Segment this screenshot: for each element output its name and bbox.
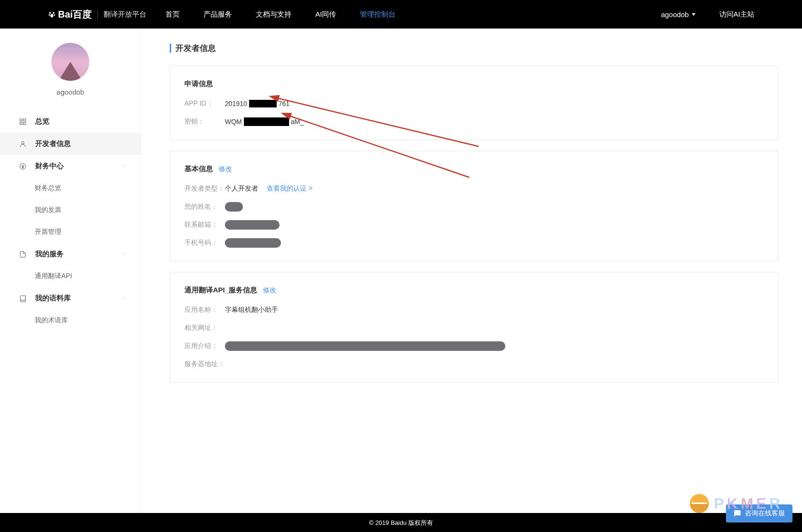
name-label: 您的姓名：	[184, 203, 225, 211]
chat-label: 咨询在线客服	[745, 509, 785, 518]
caret-down-icon	[692, 13, 696, 16]
url-label: 相关网址：	[184, 324, 225, 332]
row-intro: 应用介绍：	[184, 341, 763, 351]
svg-point-3	[54, 14, 55, 16]
row-secret: 密钥： WQMaM_	[184, 117, 763, 126]
book-icon	[19, 295, 27, 302]
row-app-id: APP ID： 201910761	[184, 99, 763, 108]
sidebar-item-translate-api[interactable]: 通用翻译API	[0, 265, 141, 287]
secret-value: WQMaM_	[225, 117, 304, 126]
nav-home[interactable]: 首页	[165, 10, 180, 19]
card-service-info: 通用翻译API_服务信息 修改 应用名称： 字幕组机翻小助手 相关网址： 应用介…	[170, 272, 778, 383]
ai-main-link[interactable]: 访问AI主站	[719, 10, 754, 19]
baidu-logo[interactable]: Bai百度	[48, 8, 92, 21]
sidebar-item-finance[interactable]: 财务中心	[0, 155, 141, 177]
card-title-basic: 基本信息 修改	[184, 164, 763, 174]
chat-button[interactable]: 咨询在线客服	[726, 504, 792, 522]
user-icon	[19, 140, 27, 148]
app-name-label: 应用名称：	[184, 306, 225, 314]
nav-console[interactable]: 管理控制台	[360, 10, 396, 19]
card-apply-info: 申请信息 APP ID： 201910761 密钥： WQMaM_	[170, 66, 778, 140]
logo-area: Bai百度 翻译开放平台	[48, 8, 146, 21]
sidebar-item-finance-overview[interactable]: 财务总览	[0, 177, 141, 199]
logo-text: Bai百度	[58, 8, 92, 21]
svg-point-1	[53, 12, 55, 14]
main-nav: 首页 产品服务 文档与支持 AI同传 管理控制台	[165, 10, 661, 19]
view-auth-link[interactable]: 查看我的认证 >	[267, 184, 312, 193]
phone-label: 手机号码：	[184, 239, 225, 247]
sidebar-item-glossary[interactable]: 我的术语库	[0, 310, 141, 331]
yen-icon	[19, 163, 27, 170]
modify-basic-link[interactable]: 修改	[219, 165, 232, 174]
intro-label: 应用介绍：	[184, 342, 225, 350]
sidebar: agoodob 总览 开发者信息 财务中心 财务总览 我的发票 开票管理 我的服…	[0, 29, 141, 513]
server-label: 服务器地址：	[184, 360, 225, 368]
header-username: agoodob	[661, 10, 688, 19]
row-email: 联系邮箱：	[184, 220, 763, 230]
sidebar-item-corpus[interactable]: 我的语料库	[0, 287, 141, 310]
chevron-down-icon	[121, 162, 126, 170]
user-dropdown[interactable]: agoodob	[661, 10, 695, 19]
dev-type-value: 个人开发者	[225, 184, 258, 193]
svg-point-9	[21, 141, 24, 144]
app-id-label: APP ID：	[184, 99, 225, 108]
modify-service-link[interactable]: 修改	[263, 286, 276, 295]
sidebar-label-services: 我的服务	[35, 250, 64, 259]
sidebar-item-developer[interactable]: 开发者信息	[0, 133, 141, 155]
chat-icon	[734, 510, 741, 517]
page-title: 开发者信息	[170, 43, 778, 54]
top-header: Bai百度 翻译开放平台 首页 产品服务 文档与支持 AI同传 管理控制台 ag…	[0, 0, 802, 29]
svg-rect-5	[20, 119, 22, 121]
nav-ai-interp[interactable]: AI同传	[315, 10, 336, 19]
redacted-block	[249, 100, 277, 107]
app-id-value: 201910761	[225, 100, 290, 107]
header-right: agoodob 访问AI主站	[661, 10, 754, 19]
nav-docs[interactable]: 文档与支持	[256, 10, 291, 19]
svg-rect-7	[20, 122, 22, 125]
row-phone: 手机号码：	[184, 238, 763, 248]
app-name-value: 字幕组机翻小助手	[225, 306, 278, 314]
svg-point-2	[48, 14, 50, 16]
chevron-down-icon	[121, 294, 126, 302]
file-icon	[19, 251, 27, 258]
redacted-email	[225, 220, 280, 230]
row-url: 相关网址：	[184, 323, 763, 333]
row-name: 您的姓名：	[184, 202, 763, 212]
sidebar-item-overview[interactable]: 总览	[0, 110, 141, 133]
grid-icon	[19, 118, 27, 126]
sidebar-menu: 总览 开发者信息 财务中心 财务总览 我的发票 开票管理 我的服务 通用翻译AP…	[0, 110, 141, 331]
email-label: 联系邮箱：	[184, 221, 225, 229]
sidebar-item-invoice-mgmt[interactable]: 开票管理	[0, 221, 141, 243]
row-dev-type: 开发者类型： 个人开发者 查看我的认证 >	[184, 184, 763, 193]
redacted-block	[244, 117, 289, 126]
redacted-name	[225, 202, 243, 212]
avatar[interactable]	[51, 43, 89, 81]
content-wrap: 申请信息 APP ID： 201910761 密钥： WQMaM_	[170, 66, 778, 383]
redacted-phone	[225, 238, 281, 248]
sidebar-item-services[interactable]: 我的服务	[0, 243, 141, 265]
container: agoodob 总览 开发者信息 财务中心 财务总览 我的发票 开票管理 我的服…	[0, 29, 802, 513]
paw-icon	[48, 10, 56, 19]
sidebar-label-developer: 开发者信息	[35, 139, 71, 148]
sidebar-label-corpus: 我的语料库	[35, 294, 71, 303]
main-content: 开发者信息 申请信息 APP ID： 201910761	[141, 29, 802, 513]
card-basic-info: 基本信息 修改 开发者类型： 个人开发者 查看我的认证 > 您的姓名： 联系邮箱…	[170, 151, 778, 261]
nav-products[interactable]: 产品服务	[203, 10, 232, 19]
redacted-intro	[225, 341, 505, 351]
secret-label: 密钥：	[184, 117, 225, 126]
sidebar-username: agoodob	[0, 88, 141, 96]
row-server: 服务器地址：	[184, 359, 763, 369]
dev-type-label: 开发者类型：	[184, 184, 225, 193]
chevron-down-icon	[121, 250, 126, 258]
footer: © 2019 Baidu 版权所有	[0, 513, 802, 532]
sidebar-item-my-invoice[interactable]: 我的发票	[0, 199, 141, 221]
platform-name[interactable]: 翻译开放平台	[97, 10, 146, 19]
card-title-apply: 申请信息	[184, 79, 763, 88]
profile-area: agoodob	[0, 43, 141, 96]
row-app-name: 应用名称： 字幕组机翻小助手	[184, 305, 763, 315]
svg-point-0	[49, 12, 51, 14]
svg-rect-8	[23, 122, 26, 125]
sidebar-label-overview: 总览	[35, 117, 49, 126]
copyright: © 2019 Baidu 版权所有	[369, 519, 433, 526]
sidebar-label-finance: 财务中心	[35, 162, 64, 171]
